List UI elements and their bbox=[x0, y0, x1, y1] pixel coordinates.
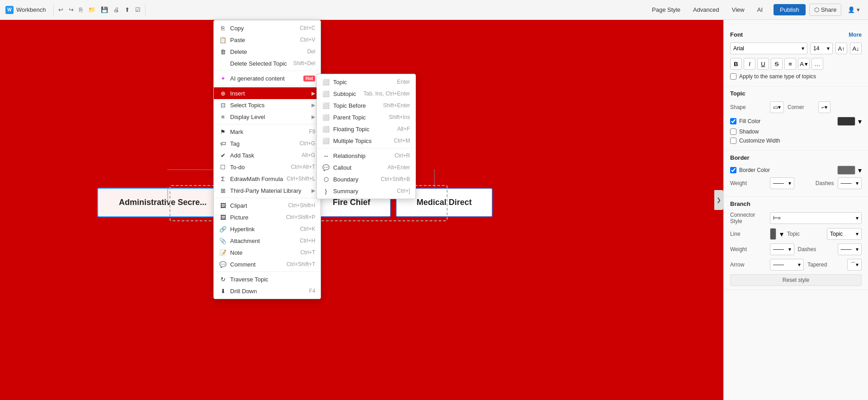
undo-button[interactable]: ↩ bbox=[56, 5, 66, 15]
menu-item-display-level-label: Display Level bbox=[230, 114, 265, 120]
menu-item-note[interactable]: 📝 Note Ctrl+T bbox=[214, 247, 321, 258]
menu-item-display-level[interactable]: ≡ Display Level ▶ bbox=[214, 111, 321, 123]
connector-style-chevron: ▾ bbox=[856, 215, 859, 221]
font-name-select[interactable]: Arial ▾ bbox=[730, 43, 807, 54]
tapered-select[interactable]: ⌒▾ bbox=[847, 259, 862, 271]
font-color-button[interactable]: A ▾ bbox=[798, 58, 810, 70]
print-button[interactable]: 🖨 bbox=[111, 5, 122, 15]
account-button[interactable]: 👤 ▾ bbox=[845, 5, 863, 15]
border-color-checkbox[interactable] bbox=[730, 167, 736, 173]
submenu-multiple-topics[interactable]: ⬜ Multiple Topics Ctrl+M bbox=[317, 135, 415, 147]
reset-style-row: Reset style bbox=[730, 274, 862, 286]
menu-item-paste[interactable]: 📋 Paste Ctrl+V bbox=[214, 34, 321, 46]
panel-collapse-button[interactable]: ❯ bbox=[714, 190, 723, 210]
color-picker-icon: ▾ bbox=[805, 61, 808, 67]
submenu-relationship[interactable]: ↔ Relationship Ctrl+R bbox=[317, 150, 415, 162]
submenu-boundary[interactable]: ⬡ Boundary Ctrl+Shift+B bbox=[317, 173, 415, 185]
menu-item-library[interactable]: ⊞ Third-Party Material Library ▶ bbox=[214, 185, 321, 196]
connector-style-select[interactable]: ⊢=▾ bbox=[770, 212, 862, 224]
fill-color-swatch[interactable] bbox=[837, 117, 855, 126]
submenu-floating-topic[interactable]: ⬜ Floating Topic Alt+F bbox=[317, 123, 415, 135]
border-dashes-select[interactable]: ——▾ bbox=[838, 177, 862, 189]
border-section: Border Border Color ▾ Weight ——▾ Dashes … bbox=[724, 151, 868, 197]
customize-width-checkbox[interactable] bbox=[730, 138, 736, 144]
menu-item-todo[interactable]: ☐ To-do Ctrl+Alt+T bbox=[214, 161, 321, 173]
menu-item-insert[interactable]: ⊕ Insert ▶ bbox=[214, 87, 321, 99]
menu-item-clipart[interactable]: 🖼 Clipart Ctrl+Shift+I bbox=[214, 200, 321, 211]
nav-view[interactable]: View bbox=[726, 4, 750, 16]
branch-dashes-select[interactable]: ——▾ bbox=[838, 243, 862, 255]
menu-item-hyperlink[interactable]: 🔗 Hyperlink Ctrl+K bbox=[214, 223, 321, 235]
menu-item-tag-shortcut: Ctrl+G bbox=[299, 140, 315, 147]
summary-icon: } bbox=[322, 187, 330, 195]
save-button[interactable]: 💾 bbox=[98, 5, 111, 15]
menu-item-comment[interactable]: 💬 Comment Ctrl+Shift+T bbox=[214, 258, 321, 270]
menu-item-edrawmath[interactable]: Σ EdrawMath Formula Ctrl+Shift+L bbox=[214, 173, 321, 185]
bold-button[interactable]: B bbox=[730, 58, 742, 70]
submenu-callout[interactable]: 💬 Callout Alt+Enter bbox=[317, 162, 415, 173]
border-section-title: Border bbox=[730, 154, 862, 161]
nav-advanced[interactable]: Advanced bbox=[688, 4, 725, 16]
branch-line-color[interactable] bbox=[770, 228, 776, 240]
border-color-swatch[interactable] bbox=[837, 166, 855, 175]
nav-ai[interactable]: AI bbox=[752, 4, 768, 16]
open-button[interactable]: 📁 bbox=[85, 5, 98, 15]
menu-item-copy[interactable]: ⎘ Copy Ctrl+C bbox=[214, 22, 321, 34]
menu-item-delete[interactable]: 🗑 Delete Del bbox=[214, 46, 321, 57]
chevron-down-icon: ▾ bbox=[802, 45, 804, 52]
submenu-summary[interactable]: } Summary Ctrl+] bbox=[317, 185, 415, 197]
menu-item-mark[interactable]: ⚑ Mark F9 bbox=[214, 126, 321, 138]
menu-item-drill-down[interactable]: ⬇ Drill Down F4 bbox=[214, 285, 321, 297]
underline-button[interactable]: U bbox=[757, 58, 769, 70]
copy-icon: ⎘ bbox=[219, 24, 226, 32]
corner-select[interactable]: ⌐▾ bbox=[818, 101, 830, 113]
branch-topic-select[interactable]: Topic▾ bbox=[827, 228, 862, 240]
share-button[interactable]: ⬡ Share bbox=[809, 4, 842, 16]
branch-weight-select[interactable]: ——▾ bbox=[770, 243, 794, 255]
nav-page-style[interactable]: Page Style bbox=[646, 4, 686, 16]
checkbox-button[interactable]: ☑ bbox=[132, 5, 143, 15]
more-format-button[interactable]: … bbox=[811, 58, 823, 70]
menu-item-ai[interactable]: ✦ AI generated content Hot bbox=[214, 72, 321, 84]
strikethrough-button[interactable]: S bbox=[771, 58, 783, 70]
align-button[interactable]: ≡ bbox=[784, 58, 796, 70]
note-icon: 📝 bbox=[219, 249, 226, 256]
shadow-checkbox[interactable] bbox=[730, 129, 736, 135]
font-grow-button[interactable]: A↑ bbox=[835, 43, 847, 54]
separator-2 bbox=[214, 86, 321, 86]
shape-select[interactable]: ▭▾ bbox=[770, 101, 784, 113]
topic-icon: ⬜ bbox=[322, 78, 330, 86]
submenu-subtopic[interactable]: ⬜ Subtopic Tab, Ins, Ctrl+Enter bbox=[317, 88, 415, 100]
menu-item-traverse[interactable]: ↻ Traverse Topic bbox=[214, 273, 321, 285]
submenu-topic-before[interactable]: ⬜ Topic Before Shift+Enter bbox=[317, 100, 415, 111]
boundary-icon: ⬡ bbox=[322, 176, 330, 183]
format-row: B I U S ≡ A ▾ … bbox=[730, 58, 862, 70]
reset-style-button[interactable]: Reset style bbox=[730, 274, 862, 286]
node-admin[interactable]: Administrative Secre... bbox=[97, 188, 228, 217]
export-button[interactable]: ⬆ bbox=[122, 5, 132, 15]
menu-item-add-task[interactable]: ✔ Add Task Alt+G bbox=[214, 149, 321, 161]
menu-item-attachment[interactable]: 📎 Attachment Ctrl+H bbox=[214, 235, 321, 247]
submenu-summary-shortcut: Ctrl+] bbox=[397, 188, 410, 194]
menu-item-delete-topic[interactable]: Delete Selected Topic Shift+Del bbox=[214, 57, 321, 69]
menu-item-attachment-shortcut: Ctrl+H bbox=[300, 238, 315, 244]
menu-item-select-topics[interactable]: ⊡ Select Topics ▶ bbox=[214, 99, 321, 111]
font-shrink-button[interactable]: A↓ bbox=[850, 43, 862, 54]
submenu-topic[interactable]: ⬜ Topic Enter bbox=[317, 76, 415, 88]
copy-format-button[interactable]: ⎘ bbox=[76, 5, 85, 15]
fill-color-checkbox[interactable] bbox=[730, 118, 736, 124]
branch-arrow-select[interactable]: ——▾ bbox=[770, 259, 804, 271]
menu-item-copy-shortcut: Ctrl+C bbox=[300, 25, 315, 31]
font-more-link[interactable]: More bbox=[849, 32, 862, 38]
border-weight-select[interactable]: ——▾ bbox=[770, 177, 794, 189]
submenu-parent-topic[interactable]: ⬜ Parent Topic Shift+Ins bbox=[317, 111, 415, 123]
italic-button[interactable]: I bbox=[744, 58, 755, 70]
publish-button[interactable]: Publish bbox=[774, 4, 806, 15]
dashes-chevron: ▾ bbox=[856, 180, 859, 186]
redo-button[interactable]: ↪ bbox=[66, 5, 76, 15]
menu-item-picture[interactable]: 🖼 Picture Ctrl+Shift+P bbox=[214, 211, 321, 223]
font-size-control[interactable]: 14 ▾ bbox=[810, 43, 833, 54]
apply-same-checkbox[interactable] bbox=[730, 73, 736, 80]
branch-arrow-row: Arrow ——▾ Tapered ⌒▾ bbox=[730, 259, 862, 271]
menu-item-tag[interactable]: 🏷 Tag Ctrl+G bbox=[214, 138, 321, 149]
